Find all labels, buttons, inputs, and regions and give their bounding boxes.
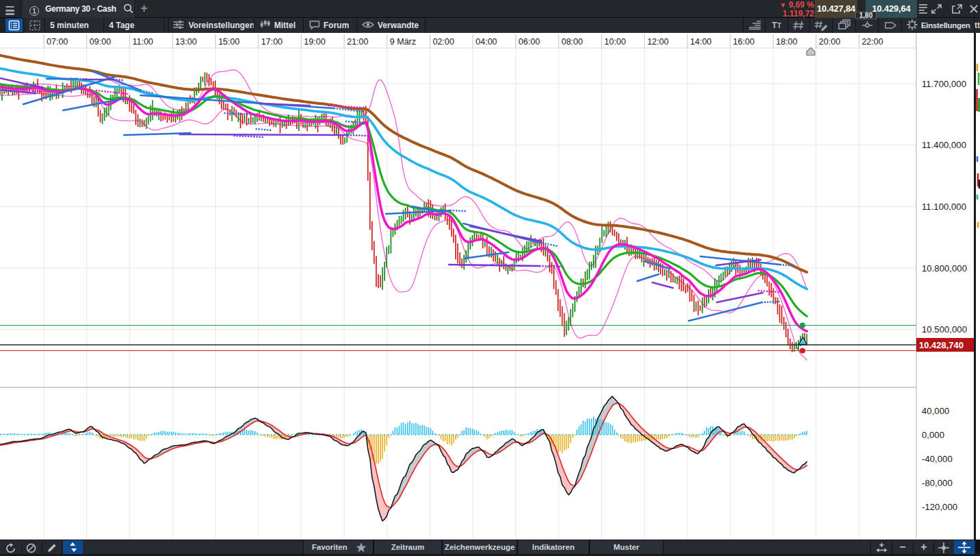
- svg-text:11.700,000: 11.700,000: [922, 79, 966, 89]
- svg-text:0,000: 0,000: [922, 430, 944, 440]
- svg-text:10:00: 10:00: [604, 37, 626, 47]
- svg-text:-120,000: -120,000: [922, 502, 957, 512]
- svg-text:04:00: 04:00: [476, 37, 497, 47]
- svg-text:11.100,000: 11.100,000: [922, 202, 966, 212]
- svg-text:17:00: 17:00: [261, 37, 282, 47]
- svg-text:15:00: 15:00: [218, 37, 239, 47]
- svg-text:40,000: 40,000: [922, 406, 949, 416]
- svg-text:19:00: 19:00: [304, 37, 326, 47]
- svg-text:11:00: 11:00: [132, 37, 153, 47]
- svg-text:02:00: 02:00: [432, 37, 454, 47]
- svg-text:11.400,000: 11.400,000: [922, 140, 966, 150]
- svg-text:-80,000: -80,000: [922, 478, 953, 488]
- svg-text:12:00: 12:00: [647, 37, 668, 47]
- svg-text:13:00: 13:00: [175, 37, 197, 47]
- svg-text:09:00: 09:00: [90, 37, 111, 47]
- svg-text:08:00: 08:00: [561, 37, 583, 47]
- svg-text:14:00: 14:00: [690, 37, 711, 47]
- svg-text:07:00: 07:00: [47, 37, 68, 47]
- svg-text:18:00: 18:00: [776, 37, 797, 47]
- svg-text:10.428,740: 10.428,740: [919, 340, 964, 350]
- svg-text:22:00: 22:00: [861, 37, 883, 47]
- svg-text:9 März: 9 März: [390, 37, 416, 47]
- svg-text:10.800,000: 10.800,000: [922, 263, 967, 274]
- svg-text:16:00: 16:00: [733, 37, 755, 47]
- svg-text:06:00: 06:00: [519, 37, 540, 47]
- svg-text:20:00: 20:00: [819, 37, 840, 47]
- svg-text:10.500,000: 10.500,000: [922, 324, 967, 335]
- svg-text:21:00: 21:00: [347, 37, 368, 47]
- svg-text:-40,000: -40,000: [922, 454, 953, 464]
